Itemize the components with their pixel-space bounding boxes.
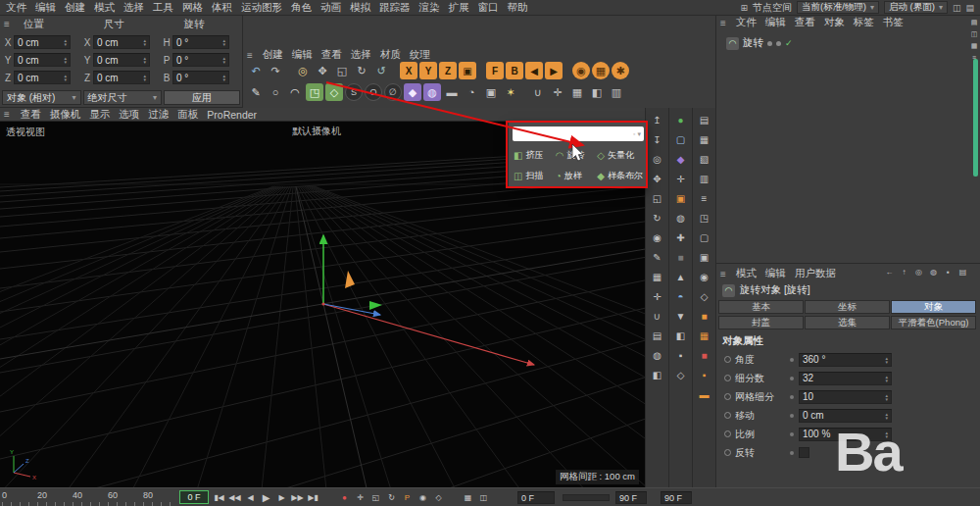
live-selection-icon[interactable]: ◎ [294,62,312,79]
snap-toggle-icon[interactable]: ◧ [588,83,606,101]
move-icon[interactable]: ✥ [649,170,666,187]
upper-menu-item-5[interactable]: 纹理 [410,48,430,62]
folder-icon[interactable]: ▬ [696,385,713,403]
panel-menu-icon[interactable]: ≡ [247,50,253,61]
filter-icon[interactable]: ◍ [928,267,939,278]
viewport-menu-item-2[interactable]: 显示 [89,108,110,122]
coord-system-icon[interactable]: ▣ [459,62,476,79]
axis-handle-arrow[interactable] [369,301,382,310]
goto-end-button[interactable]: ▶▮ [306,489,320,505]
axis-mode-icon[interactable]: ✛ [649,287,666,305]
param-value-1[interactable]: 32▴▾ [799,372,892,385]
diamond-icon[interactable]: ◇ [672,366,690,383]
layout-menu-icon[interactable]: ▤ [965,3,974,13]
lock-z-button[interactable]: Z [439,62,457,79]
coord-value-size-z[interactable]: 0 cm▴▾ [93,71,150,84]
half-icon[interactable]: ◓ [672,287,690,305]
menubar-item-4[interactable]: 选择 [123,1,144,15]
dot-icon[interactable]: ▪ [672,346,690,364]
autokey-button[interactable]: ◉ [416,489,430,505]
camera-icon[interactable]: ▣ [482,83,500,101]
menubar-item-9[interactable]: 角色 [291,1,312,15]
layer-icon[interactable]: ◧ [649,366,666,383]
console-icon[interactable]: ≡ [696,189,713,207]
value-stepper[interactable]: ▴▾ [64,74,67,81]
coord-value-rotation-p[interactable]: 0 °▴▾ [172,53,229,67]
timeline-mode-icon[interactable]: ▦ [461,489,475,505]
axis-icon[interactable]: ✛ [549,83,566,101]
value-stepper[interactable]: ▴▾ [143,38,146,46]
package-icon[interactable]: ▪ [696,366,713,383]
nav-next-button[interactable]: ▶ [545,62,563,79]
generator-spline-icon[interactable]: ◇ [325,83,343,101]
param-value-0[interactable]: 360 °▴▾ [799,353,892,367]
key-parameter-icon[interactable]: P [400,489,415,505]
popup-item-loft[interactable]: ◔放样 [554,166,595,185]
panel-menu-icon[interactable]: ≡ [4,109,10,120]
nav-prev-button[interactable]: ◀ [525,62,543,79]
upper-menu-item-1[interactable]: 编辑 [292,48,313,62]
coord-value-rotation-h[interactable]: 0 °▴▾ [172,35,229,49]
value-stepper[interactable]: ▴▾ [885,375,888,382]
value-stepper[interactable]: ▴▾ [222,74,225,81]
add-icon[interactable]: ✚ [672,228,690,246]
param-anim-dot[interactable] [790,395,794,399]
attr-tab2-2[interactable]: 平滑着色(Phong) [891,316,976,329]
menubar-item-12[interactable]: 跟踪器 [379,1,411,15]
block-icon[interactable]: ■ [672,248,690,266]
end-frame-field[interactable]: 90 F [615,491,647,504]
current-frame-field[interactable]: 0 F [517,491,555,504]
light-icon[interactable]: ✶ [502,83,519,101]
value-stepper[interactable]: ▴▾ [64,56,67,64]
lock-icon[interactable]: ▪ [943,267,954,278]
coord-c-icon[interactable]: ▣ [696,248,713,266]
lathe-object-icon[interactable]: ◠ [726,37,739,50]
value-stepper[interactable]: ▴▾ [222,38,225,46]
layers-icon[interactable]: ▧ [696,150,713,168]
rotate-tool-icon[interactable]: ↻ [353,62,370,79]
object-manager-scrollbar[interactable] [973,59,978,177]
chevron-down-icon[interactable]: ▾ [637,130,641,138]
undo-icon[interactable]: ↶ [247,62,265,79]
field-b-icon[interactable]: ◍ [672,209,690,227]
lock-y-button[interactable]: Y [419,62,437,79]
coord-size-dropdown[interactable]: 绝对尺寸▾ [83,90,163,105]
range-frame-field[interactable]: 90 F [661,491,692,504]
popup-item-vectorizer[interactable]: ◇矢量化 [595,145,643,165]
move-tool-icon[interactable]: ✥ [314,62,331,79]
record-button[interactable]: ● [337,489,352,505]
lock-x-button[interactable]: X [400,62,417,79]
commander-search-input[interactable]: ◦▾ [513,126,644,141]
camera-b-icon[interactable]: ▣ [672,189,690,207]
magnet-icon[interactable]: ∪ [529,83,547,101]
viewport-menu-item-5[interactable]: 面板 [177,108,198,122]
simulate-ball-icon[interactable]: ● [672,111,690,128]
menubar-item-0[interactable]: 文件 [6,1,26,15]
value-stepper[interactable]: ▴▾ [885,412,888,420]
motion-mode-icon[interactable]: ◫ [476,489,491,505]
param-anim-dot[interactable] [790,432,794,436]
render-view-button[interactable]: ◉ [572,62,590,79]
upper-menu-item-0[interactable]: 创建 [263,48,283,62]
popup-item-extrude[interactable]: ◧挤压 [512,145,553,165]
menubar-item-10[interactable]: 动画 [320,1,341,15]
menubar-item-13[interactable]: 渲染 [419,1,440,15]
rotate-icon[interactable]: ↻ [649,209,666,227]
viewport-menu-item-6[interactable]: ProRender [207,109,257,121]
param-anim-dot[interactable] [790,377,794,380]
menubar-item-7[interactable]: 体积 [212,1,232,15]
attr-tab2-1[interactable]: 选集 [805,316,890,329]
sky-icon[interactable]: ◔ [463,83,480,101]
key-b-button[interactable]: B [506,62,523,79]
value-stepper[interactable]: ▴▾ [143,74,146,81]
upper-menu-item-4[interactable]: 材质 [380,48,401,62]
field-icon[interactable]: ◍ [423,83,441,101]
floor-icon[interactable]: ▬ [443,83,461,101]
axis-b-icon[interactable]: ✛ [672,170,690,187]
menubar-item-6[interactable]: 网格 [182,1,203,15]
menubar-item-2[interactable]: 创建 [65,1,85,15]
panel-menu-icon[interactable]: ▤ [957,267,968,278]
viewport-menu-item-1[interactable]: 摄像机 [50,108,81,122]
object-name[interactable]: 旋转 [743,36,763,50]
apply-button[interactable]: 应用 [164,90,240,105]
